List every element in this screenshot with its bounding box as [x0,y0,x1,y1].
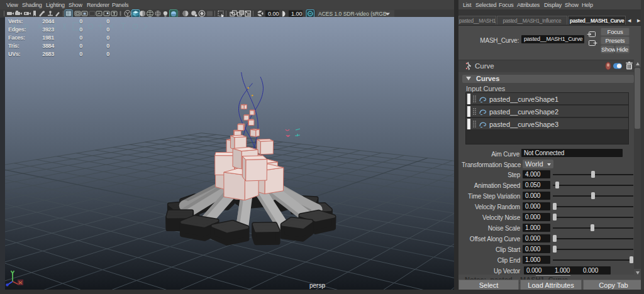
svg-text:ACES 1.0 SDR-video (sRGB: ACES 1.0 SDR-video (sRGB [318,11,387,17]
svg-text:1.00: 1.00 [291,11,303,17]
svg-text:0.00: 0.00 [268,11,279,17]
svg-text:persp: persp [309,282,325,289]
